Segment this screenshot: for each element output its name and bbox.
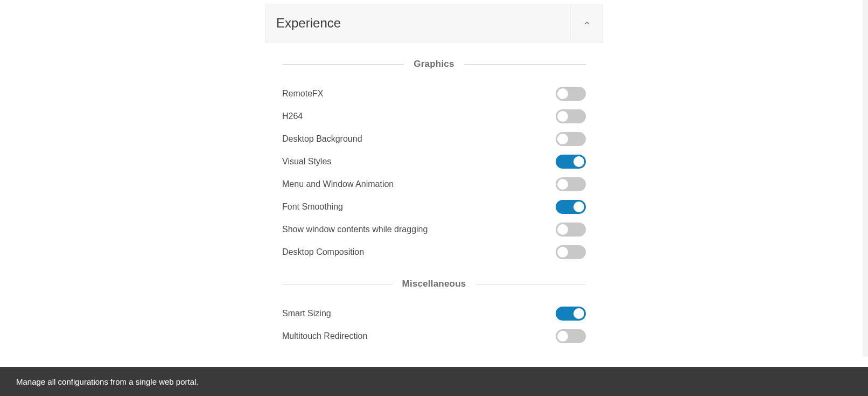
- toggle-knob: [573, 202, 584, 212]
- setting-row-desktop-background: Desktop Background: [282, 128, 586, 150]
- chevron-up-icon: [583, 19, 591, 27]
- section-title-graphics: Graphics: [404, 59, 464, 70]
- setting-row-remotefx: RemoteFX: [282, 82, 586, 105]
- footer-text: Manage all configurations from a single …: [16, 377, 199, 386]
- setting-label: Show window contents while dragging: [282, 225, 428, 234]
- panel-body: Graphics RemoteFX H264 Desktop Backgroun…: [265, 43, 603, 357]
- footer-bar: Manage all configurations from a single …: [0, 367, 868, 396]
- setting-row-multitouch-redirection: Multitouch Redirection: [282, 325, 586, 348]
- setting-label: RemoteFX: [282, 89, 323, 99]
- section-title-miscellaneous: Miscellaneous: [393, 279, 476, 289]
- experience-panel-header[interactable]: Experience: [265, 4, 603, 43]
- toggle-multitouch-redirection[interactable]: [556, 329, 586, 343]
- divider-line: [464, 64, 586, 65]
- toggle-knob: [557, 247, 568, 258]
- setting-label: Visual Styles: [282, 157, 331, 166]
- divider-line: [282, 284, 393, 284]
- setting-label: Desktop Background: [282, 134, 362, 144]
- toggle-knob: [557, 179, 568, 190]
- toggle-knob: [557, 134, 568, 144]
- section-header-graphics: Graphics: [282, 59, 586, 70]
- collapse-button[interactable]: [570, 4, 603, 42]
- setting-row-h264: H264: [282, 105, 586, 128]
- toggle-desktop-background[interactable]: [556, 132, 586, 146]
- toggle-knob: [573, 156, 584, 167]
- divider-line: [475, 284, 586, 284]
- toggle-knob: [557, 111, 568, 122]
- setting-label: H264: [282, 112, 303, 121]
- panel-title: Experience: [276, 16, 341, 31]
- scrollbar-track[interactable]: [863, 0, 868, 357]
- section-header-miscellaneous: Miscellaneous: [282, 279, 586, 289]
- setting-label: Smart Sizing: [282, 309, 331, 318]
- toggle-knob: [557, 224, 568, 235]
- setting-label: Font Smoothing: [282, 202, 343, 212]
- toggle-show-window-contents[interactable]: [556, 223, 586, 237]
- toggle-remotefx[interactable]: [556, 87, 586, 101]
- toggle-smart-sizing[interactable]: [556, 307, 586, 321]
- setting-label: Menu and Window Animation: [282, 179, 394, 189]
- setting-row-desktop-composition: Desktop Composition: [282, 241, 586, 263]
- setting-row-smart-sizing: Smart Sizing: [282, 302, 586, 325]
- toggle-h264[interactable]: [556, 109, 586, 123]
- setting-row-font-smoothing: Font Smoothing: [282, 196, 586, 218]
- toggle-font-smoothing[interactable]: [556, 200, 586, 214]
- main-container: Experience Graphics RemoteFX H264: [0, 0, 868, 357]
- setting-row-visual-styles: Visual Styles: [282, 150, 586, 173]
- toggle-knob: [573, 308, 584, 319]
- setting-label: Multitouch Redirection: [282, 331, 367, 341]
- experience-panel: Experience Graphics RemoteFX H264: [265, 4, 603, 357]
- toggle-visual-styles[interactable]: [556, 155, 586, 169]
- setting-row-show-window-contents: Show window contents while dragging: [282, 218, 586, 241]
- divider-line: [282, 64, 404, 65]
- toggle-knob: [557, 88, 568, 99]
- toggle-menu-window-animation[interactable]: [556, 177, 586, 191]
- toggle-desktop-composition[interactable]: [556, 245, 586, 259]
- setting-row-menu-window-animation: Menu and Window Animation: [282, 173, 586, 196]
- toggle-knob: [557, 331, 568, 342]
- setting-label: Desktop Composition: [282, 247, 364, 257]
